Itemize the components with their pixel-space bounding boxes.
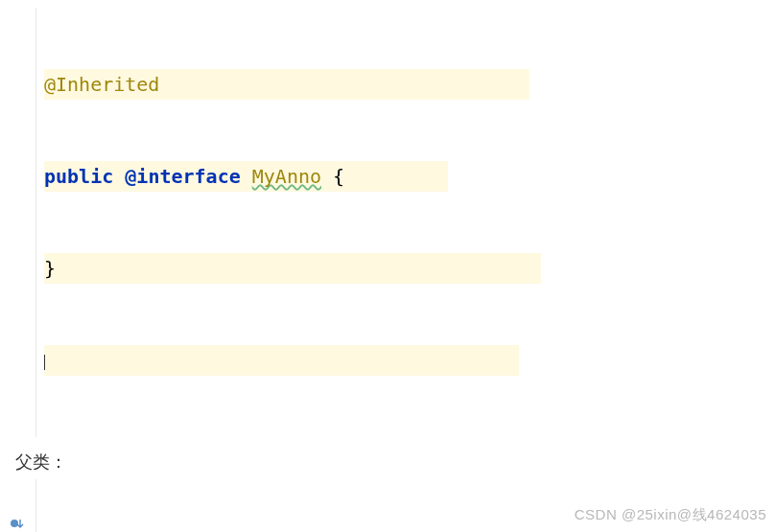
label-parent-class: 父类：	[15, 451, 776, 474]
caret	[44, 355, 45, 370]
brace-open: {	[321, 165, 344, 188]
gutter	[0, 479, 36, 532]
keyword-interface: @interface	[125, 165, 240, 188]
brace-close: }	[44, 257, 56, 280]
code-area-1[interactable]: @Inherited public @interface MyAnno { }	[36, 8, 776, 437]
override-icon[interactable]	[10, 516, 25, 532]
code-block-1: @Inherited public @interface MyAnno { }	[0, 8, 776, 437]
svg-point-0	[11, 520, 18, 527]
gutter	[0, 8, 36, 437]
annotation-inherited: @Inherited	[44, 73, 159, 96]
type-myanno: MyAnno	[252, 165, 321, 188]
keyword-public: public	[44, 165, 113, 188]
watermark: CSDN @25ixin@线4624035	[575, 506, 766, 524]
